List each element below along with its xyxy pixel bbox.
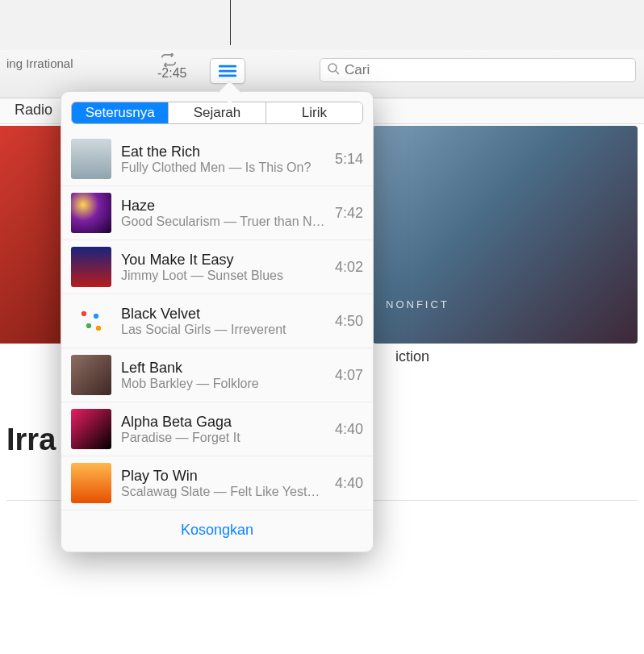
up-next-button[interactable]	[210, 58, 245, 84]
segmented-control: Seterusnya Sejarah Lirik	[71, 102, 363, 124]
tab-radio[interactable]: Radio	[15, 102, 52, 123]
track-duration: 4:40	[335, 421, 363, 438]
album-title-label: iction	[395, 348, 429, 365]
track-duration: 7:42	[335, 205, 363, 222]
album-art-icon	[71, 193, 111, 233]
queue-item[interactable]: You Make It Easy Jimmy Loot — Sunset Blu…	[61, 240, 373, 294]
track-meta: Play To Win Scalawag Slate — Felt Like Y…	[121, 468, 327, 499]
queue-item[interactable]: Alpha Beta Gaga Paradise — Forget It 4:4…	[61, 402, 373, 456]
track-title: Eat the Rich	[121, 144, 327, 160]
track-meta: Haze Good Secularism — Truer than N…	[121, 198, 327, 229]
track-title: Alpha Beta Gaga	[121, 414, 327, 431]
track-duration: 4:07	[335, 367, 363, 384]
search-icon	[327, 62, 340, 78]
tab-history[interactable]: Sejarah	[169, 102, 266, 123]
track-subtitle: Fully Clothed Men — Is This On?	[121, 160, 327, 175]
queue-item[interactable]: Left Bank Mob Barkley — Folklore 4:07	[61, 348, 373, 402]
track-meta: You Make It Easy Jimmy Loot — Sunset Blu…	[121, 252, 327, 283]
track-meta: Black Velvet Las Social Girls — Irrevere…	[121, 306, 327, 337]
svg-rect-2	[219, 75, 236, 77]
clear-queue-button[interactable]: Kosongkan	[61, 510, 373, 552]
track-meta: Left Bank Mob Barkley — Folklore	[121, 360, 327, 391]
queue-list: Eat the Rich Fully Clothed Men — Is This…	[61, 132, 373, 510]
album-art-large[interactable]	[373, 126, 638, 344]
track-duration: 4:02	[335, 259, 363, 276]
album-overlay-text: NONFICT	[386, 298, 450, 310]
queue-item[interactable]: Play To Win Scalawag Slate — Felt Like Y…	[61, 456, 373, 510]
queue-item[interactable]: Haze Good Secularism — Truer than N… 7:4…	[61, 186, 373, 240]
svg-point-3	[328, 64, 337, 72]
track-duration: 5:14	[335, 151, 363, 168]
track-title: Play To Win	[121, 468, 327, 485]
track-title: Left Bank	[121, 360, 327, 377]
track-subtitle: Paradise — Forget It	[121, 431, 327, 445]
track-title: Haze	[121, 198, 327, 215]
time-remaining: -2:45	[157, 66, 186, 81]
track-duration: 4:50	[335, 313, 363, 330]
album-art-icon	[71, 409, 111, 449]
track-meta: Eat the Rich Fully Clothed Men — Is This…	[121, 144, 327, 175]
album-art-icon	[71, 463, 111, 503]
queue-item[interactable]: Black Velvet Las Social Girls — Irrevere…	[61, 294, 373, 348]
album-art-icon	[71, 301, 111, 341]
track-duration: 4:40	[335, 475, 363, 492]
track-meta: Alpha Beta Gaga Paradise — Forget It	[121, 414, 327, 445]
tab-up-next[interactable]: Seterusnya	[72, 102, 169, 123]
up-next-popover: Seterusnya Sejarah Lirik Eat the Rich Fu…	[61, 91, 374, 552]
track-subtitle: Mob Barkley — Folklore	[121, 377, 327, 391]
track-subtitle: Good Secularism — Truer than N…	[121, 215, 327, 229]
section-heading: Irra	[6, 423, 56, 457]
track-subtitle: Jimmy Loot — Sunset Blues	[121, 269, 327, 283]
track-subtitle: Scalawag Slate — Felt Like Yeste…	[121, 485, 327, 499]
search-field[interactable]	[320, 58, 636, 82]
svg-rect-1	[219, 70, 236, 73]
now-playing-subtitle: ing Irrational	[6, 56, 73, 70]
album-art-icon	[71, 247, 111, 287]
annotation-line	[230, 0, 231, 45]
track-title: You Make It Easy	[121, 252, 327, 269]
svg-rect-0	[219, 65, 236, 68]
queue-item[interactable]: Eat the Rich Fully Clothed Men — Is This…	[61, 132, 373, 186]
album-art-large[interactable]	[0, 126, 63, 344]
tab-lyrics[interactable]: Lirik	[266, 102, 362, 123]
svg-line-4	[336, 71, 339, 74]
track-title: Black Velvet	[121, 306, 327, 323]
track-subtitle: Las Social Girls — Irreverent	[121, 323, 327, 337]
album-art-icon	[71, 139, 111, 179]
album-art-icon	[71, 355, 111, 395]
search-input[interactable]	[345, 62, 629, 78]
